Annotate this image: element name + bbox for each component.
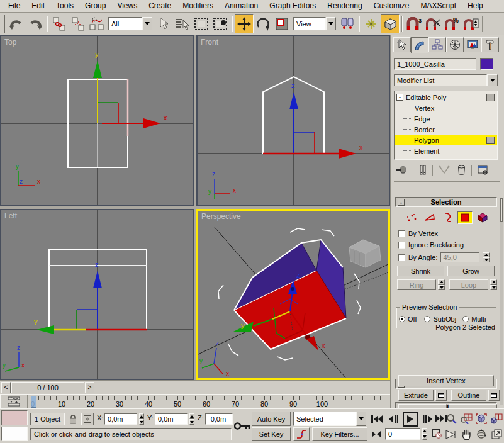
menu-help[interactable]: Help	[462, 0, 489, 12]
z-coord-field[interactable]: -0,0m	[205, 413, 233, 425]
zoom-button[interactable]	[444, 412, 458, 425]
cutoff-button-left[interactable]	[398, 404, 447, 408]
selection-rollout-header[interactable]: - Selection	[395, 197, 497, 207]
object-color-swatch[interactable]	[480, 58, 493, 70]
insert-vertex-button[interactable]: Insert Vertex	[398, 375, 494, 386]
subobject-element-button[interactable]	[475, 211, 490, 224]
show-end-result-button[interactable]	[417, 164, 428, 177]
tab-motion[interactable]	[446, 37, 464, 52]
menu-group[interactable]: Group	[79, 0, 111, 12]
maxscript-mini-listener[interactable]	[1, 427, 28, 441]
preview-multi-radio[interactable]	[462, 316, 469, 322]
ignore-backfacing-checkbox-row[interactable]: Ignore Backfacing	[398, 241, 464, 249]
command-panel-scrollbar[interactable]	[500, 198, 503, 405]
selection-filter-dropdown[interactable]: All	[108, 17, 152, 30]
key-mode-dropdown[interactable]: Selected	[293, 412, 366, 426]
macro-recorder-pane[interactable]	[1, 410, 28, 425]
menu-customize[interactable]: Customize	[368, 0, 415, 12]
viewport-left-canvas[interactable]: z y z y x	[1, 210, 193, 379]
stack-root-onoff-toggle[interactable]	[486, 94, 495, 101]
menu-tools[interactable]: Tools	[50, 0, 79, 12]
outline-settings-button[interactable]	[488, 390, 500, 401]
subobject-border-button[interactable]	[440, 211, 455, 224]
reference-coord-dropdown[interactable]: View	[293, 17, 336, 30]
selection-rollout-collapse[interactable]: -	[398, 199, 405, 206]
set-key-mode-button[interactable]: Set Key	[252, 427, 291, 441]
absolute-offset-toggle[interactable]	[81, 413, 94, 425]
subobject-polygon-button[interactable]	[457, 211, 473, 224]
redo-button[interactable]	[26, 14, 45, 33]
window-crossing-toggle-button[interactable]	[211, 14, 230, 33]
zoom-extents-all-button[interactable]	[490, 412, 503, 425]
menu-animation[interactable]: Animation	[219, 0, 264, 12]
tab-utilities[interactable]	[481, 37, 499, 52]
rectangular-selection-region-button[interactable]	[192, 14, 211, 33]
stack-row-element[interactable]: Element	[395, 145, 497, 156]
house-object[interactable]	[234, 240, 346, 349]
subobject-vertex-button[interactable]	[405, 211, 420, 224]
modifier-list-dropdown[interactable]: Modifier List	[394, 74, 487, 86]
y-coord-field[interactable]: 0,0m	[155, 413, 188, 425]
key-mode-toggle-button[interactable]	[370, 429, 383, 440]
arc-rotate-button[interactable]	[474, 427, 488, 441]
snaps-toggle-3d-button[interactable]: 3	[405, 14, 423, 33]
tab-hierarchy[interactable]	[428, 37, 446, 52]
preview-subobj-radio[interactable]	[424, 316, 430, 322]
menu-file[interactable]: File	[3, 0, 26, 12]
stack-row-border[interactable]: Border	[395, 124, 497, 135]
by-angle-spinner[interactable]	[483, 252, 490, 262]
pan-button[interactable]	[459, 427, 473, 441]
select-object-button[interactable]	[154, 14, 173, 33]
by-angle-checkbox[interactable]	[398, 254, 405, 261]
stack-row-editable-poly[interactable]: - Editable Poly	[395, 92, 497, 103]
viewport-top-canvas[interactable]: y x y z x	[1, 36, 193, 205]
menu-views[interactable]: Views	[111, 0, 143, 12]
maximize-viewport-toggle-button[interactable]	[490, 427, 503, 441]
loop-button[interactable]: Loop	[449, 279, 488, 290]
menu-modifiers[interactable]: Modifiers	[177, 0, 219, 12]
selection-lock-toggle[interactable]	[67, 413, 79, 425]
tab-modify[interactable]	[411, 37, 428, 53]
subobject-edge-button[interactable]	[422, 211, 437, 224]
zoom-extents-button[interactable]	[474, 412, 488, 425]
make-unique-button[interactable]	[437, 165, 452, 177]
stack-collapse-toggle[interactable]: -	[396, 94, 403, 101]
stack-row-vertex[interactable]: Vertex	[395, 103, 497, 113]
open-mini-curve-editor-button[interactable]	[0, 395, 28, 408]
menu-edit[interactable]: Edit	[26, 0, 50, 12]
time-slider-button[interactable]: 0 / 100	[11, 382, 84, 393]
by-angle-row[interactable]: By Angle: 45,0	[398, 252, 490, 262]
coord-system-arrow[interactable]	[326, 17, 336, 30]
preview-off-radio[interactable]	[399, 316, 405, 322]
remove-modifier-button[interactable]	[456, 164, 468, 177]
default-tangent-button[interactable]	[293, 427, 310, 441]
spinner-snap-button[interactable]	[461, 14, 480, 33]
stack-polygon-onoff-toggle[interactable]	[486, 137, 495, 144]
viewport-front-canvas[interactable]: z x z y x	[198, 36, 389, 205]
menu-rendering[interactable]: Rendering	[322, 0, 367, 12]
viewport-left[interactable]: Left z	[0, 209, 194, 380]
top-move-gizmo[interactable]: y x	[93, 50, 167, 128]
keyboard-shortcut-override-button[interactable]	[381, 14, 400, 33]
extrude-button[interactable]: Extrude	[398, 390, 434, 401]
stack-row-polygon-selected[interactable]: Polygon	[395, 135, 497, 145]
current-frame-spinner[interactable]	[421, 428, 428, 440]
percent-snap-button[interactable]: %	[442, 14, 461, 33]
viewport-perspective[interactable]: Perspective	[196, 209, 390, 380]
play-animation-button[interactable]	[403, 412, 418, 427]
toolbar-drag-handle[interactable]	[3, 15, 5, 33]
viewport-top[interactable]: Top y	[0, 35, 194, 206]
zoom-all-button[interactable]	[459, 412, 473, 425]
next-frame-button[interactable]	[420, 413, 434, 425]
auto-key-button[interactable]: Auto Key	[252, 412, 291, 426]
unlink-selection-button[interactable]	[69, 14, 87, 33]
angle-snap-button[interactable]	[423, 14, 442, 33]
set-key-big-button[interactable]	[234, 417, 250, 435]
time-slider-prev[interactable]: <	[1, 382, 11, 393]
select-by-name-button[interactable]	[173, 14, 192, 33]
select-and-scale-button[interactable]	[272, 14, 291, 33]
grow-button[interactable]: Grow	[447, 266, 495, 276]
left-move-gizmo[interactable]: z y	[34, 261, 147, 334]
time-configuration-button[interactable]	[430, 428, 443, 440]
select-and-move-button[interactable]	[235, 14, 254, 33]
